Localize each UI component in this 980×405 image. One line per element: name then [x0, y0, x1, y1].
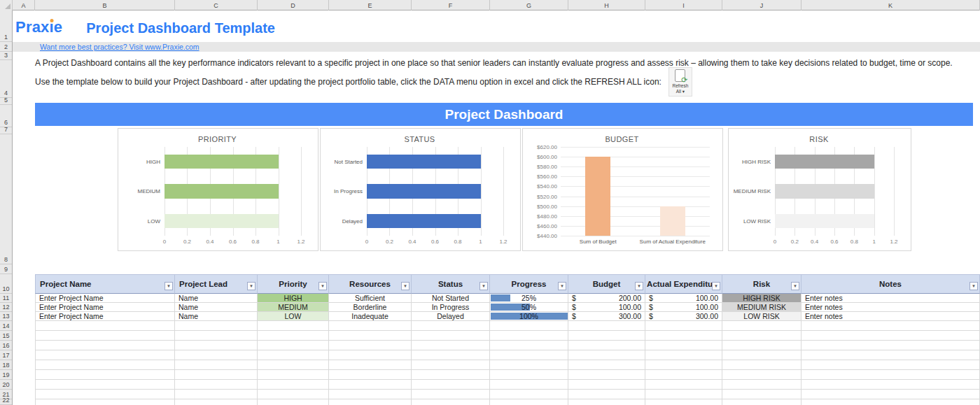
empty-cell[interactable]	[329, 380, 412, 390]
empty-cell[interactable]	[490, 321, 568, 331]
filter-button[interactable]: ▼	[247, 282, 255, 290]
empty-cell[interactable]	[412, 321, 490, 331]
empty-cell[interactable]	[645, 360, 722, 370]
empty-cell[interactable]	[35, 399, 175, 405]
cell-resources[interactable]: Sufficient	[329, 294, 412, 303]
cell-risk[interactable]: MEDIUM RISK	[722, 303, 802, 312]
empty-cell[interactable]	[175, 321, 258, 331]
empty-cell[interactable]	[175, 331, 258, 341]
risk-chart[interactable]: RISK 00.20.40.60.811.2HIGH RISKMEDIUM RI…	[728, 128, 911, 251]
empty-cell[interactable]	[722, 380, 802, 390]
row-header[interactable]: 20	[0, 380, 12, 390]
cell-progress[interactable]: 100%	[490, 312, 568, 321]
empty-cell[interactable]	[412, 399, 490, 405]
row-header[interactable]: 13	[0, 312, 12, 321]
column-header-risk[interactable]: Risk▼	[722, 274, 802, 294]
empty-cell[interactable]	[175, 370, 258, 380]
empty-cell[interactable]	[802, 370, 980, 380]
empty-cell[interactable]	[722, 331, 802, 341]
empty-cell[interactable]	[722, 350, 802, 360]
empty-cell[interactable]	[568, 331, 645, 341]
cell-project-name[interactable]: Enter Project Name	[35, 294, 175, 303]
empty-cell[interactable]	[722, 399, 802, 405]
empty-cell[interactable]	[645, 350, 722, 360]
empty-cell[interactable]	[722, 360, 802, 370]
empty-cell[interactable]	[645, 390, 722, 399]
cell-actual-expenditure[interactable]: $100.00	[645, 303, 722, 312]
cell-resources[interactable]: Inadequate	[329, 312, 412, 321]
row-header[interactable]: 16	[0, 341, 12, 350]
column-header-name[interactable]: Project Name▼	[35, 274, 175, 294]
empty-cell[interactable]	[258, 341, 329, 350]
empty-cell[interactable]	[490, 380, 568, 390]
cell-risk[interactable]: LOW RISK	[722, 312, 802, 321]
row-header[interactable]: 1	[0, 10, 12, 42]
empty-cell[interactable]	[490, 341, 568, 350]
empty-cell[interactable]	[175, 399, 258, 405]
empty-cell[interactable]	[175, 380, 258, 390]
column-header[interactable]: E	[329, 0, 412, 10]
empty-cell[interactable]	[175, 360, 258, 370]
empty-cell[interactable]	[258, 380, 329, 390]
empty-cell[interactable]	[490, 331, 568, 341]
filter-button[interactable]: ▼	[791, 282, 799, 290]
cell-budget[interactable]: $300.00	[568, 312, 645, 321]
filter-button[interactable]: ▼	[558, 282, 566, 290]
empty-cell[interactable]	[329, 370, 412, 380]
empty-cell[interactable]	[802, 341, 980, 350]
empty-cell[interactable]	[258, 360, 329, 370]
cell-risk[interactable]: HIGH RISK	[722, 294, 802, 303]
empty-cell[interactable]	[568, 321, 645, 331]
cell-priority[interactable]: MEDIUM	[258, 303, 329, 312]
column-header-budget[interactable]: Budget▼	[568, 274, 645, 294]
empty-cell[interactable]	[412, 380, 490, 390]
empty-cell[interactable]	[35, 350, 175, 360]
empty-cell[interactable]	[258, 390, 329, 399]
empty-cell[interactable]	[35, 360, 175, 370]
column-header[interactable]: H	[568, 0, 645, 10]
empty-cell[interactable]	[412, 331, 490, 341]
empty-cell[interactable]	[412, 390, 490, 399]
cell-progress[interactable]: 25%	[490, 294, 568, 303]
empty-cell[interactable]	[35, 321, 175, 331]
row-header[interactable]: 4	[0, 60, 12, 98]
row-header[interactable]: 15	[0, 331, 12, 341]
row-header[interactable]: 8	[0, 134, 12, 264]
empty-cell[interactable]	[175, 350, 258, 360]
empty-cell[interactable]	[35, 380, 175, 390]
empty-cell[interactable]	[568, 390, 645, 399]
cell-progress[interactable]: 50%	[490, 303, 568, 312]
row-header[interactable]: 6	[0, 105, 12, 127]
cell-resources[interactable]: Borderline	[329, 303, 412, 312]
empty-cell[interactable]	[722, 341, 802, 350]
cell-priority[interactable]: LOW	[258, 312, 329, 321]
cell-project-lead[interactable]: Name	[175, 312, 258, 321]
empty-cell[interactable]	[35, 341, 175, 350]
column-header-priority[interactable]: Priority▼	[258, 274, 329, 294]
empty-cell[interactable]	[568, 360, 645, 370]
budget-chart[interactable]: BUDGET $620.00$600.00$580.00$560.00$540.…	[522, 128, 723, 251]
empty-cell[interactable]	[568, 380, 645, 390]
empty-cell[interactable]	[802, 321, 980, 331]
empty-cell[interactable]	[412, 360, 490, 370]
cell-notes[interactable]: Enter notes	[802, 303, 980, 312]
filter-button[interactable]: ▼	[635, 282, 643, 290]
empty-cell[interactable]	[568, 399, 645, 405]
filter-button[interactable]: ▼	[401, 282, 410, 290]
empty-cell[interactable]	[329, 341, 412, 350]
row-header[interactable]: 17	[0, 350, 12, 360]
cell-priority[interactable]: HIGH	[258, 294, 329, 303]
column-header[interactable]: F	[412, 0, 490, 10]
cell-project-name[interactable]: Enter Project Name	[35, 312, 175, 321]
empty-cell[interactable]	[490, 370, 568, 380]
empty-cell[interactable]	[490, 360, 568, 370]
filter-button[interactable]: ▼	[969, 282, 978, 290]
row-header[interactable]: 9	[0, 264, 12, 274]
empty-cell[interactable]	[645, 321, 722, 331]
row-header[interactable]: 22	[0, 399, 12, 405]
column-header[interactable]: K	[802, 0, 980, 10]
select-all-corner[interactable]	[0, 0, 13, 10]
empty-cell[interactable]	[802, 350, 980, 360]
empty-cell[interactable]	[329, 360, 412, 370]
column-header-actual[interactable]: Actual Expenditure▼	[645, 274, 722, 294]
